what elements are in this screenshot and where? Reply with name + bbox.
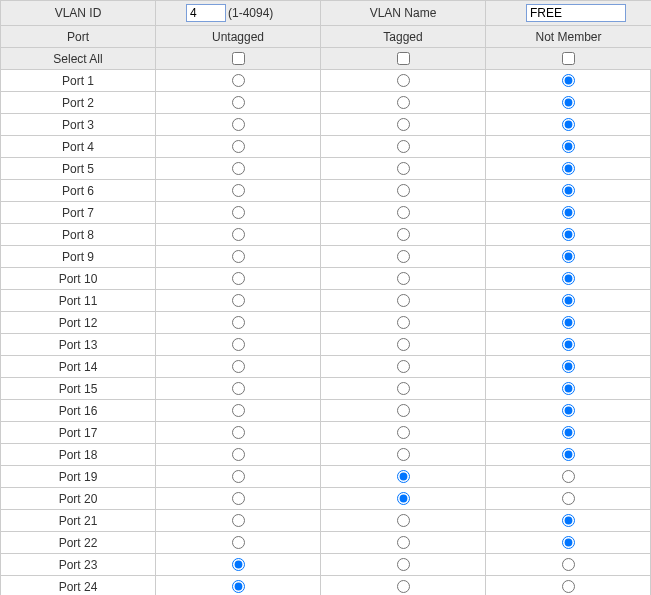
port-tagged-radio[interactable] [397,404,410,417]
port-notMember-radio[interactable] [562,426,575,439]
port-row: Port 20 [1,488,650,510]
port-tagged-cell [321,224,486,245]
port-notMember-cell [486,444,651,465]
vlan-name-cell [486,1,651,25]
port-tagged-radio[interactable] [397,96,410,109]
port-tagged-radio[interactable] [397,294,410,307]
port-notMember-radio[interactable] [562,338,575,351]
port-name: Port 11 [1,290,156,311]
port-tagged-radio[interactable] [397,360,410,373]
port-notMember-cell [486,422,651,443]
port-untagged-radio[interactable] [232,426,245,439]
vlan-id-range: (1-4094) [228,6,273,20]
port-notMember-radio[interactable] [562,228,575,241]
port-untagged-cell [156,422,321,443]
port-untagged-radio[interactable] [232,228,245,241]
port-notMember-radio[interactable] [562,360,575,373]
port-row: Port 10 [1,268,650,290]
port-notMember-radio[interactable] [562,140,575,153]
port-tagged-radio[interactable] [397,140,410,153]
port-tagged-cell [321,180,486,201]
port-tagged-radio[interactable] [397,448,410,461]
port-tagged-radio[interactable] [397,426,410,439]
port-notMember-radio[interactable] [562,184,575,197]
port-name: Port 16 [1,400,156,421]
port-untagged-radio[interactable] [232,74,245,87]
port-notMember-radio[interactable] [562,162,575,175]
port-tagged-radio[interactable] [397,184,410,197]
port-untagged-radio[interactable] [232,96,245,109]
port-untagged-radio[interactable] [232,162,245,175]
port-notMember-radio[interactable] [562,272,575,285]
port-name: Port 21 [1,510,156,531]
port-notMember-radio[interactable] [562,118,575,131]
port-notMember-radio[interactable] [562,558,575,571]
vlan-id-input[interactable] [186,4,226,22]
port-notMember-radio[interactable] [562,580,575,593]
port-tagged-radio[interactable] [397,316,410,329]
port-untagged-radio[interactable] [232,448,245,461]
port-untagged-radio[interactable] [232,184,245,197]
port-tagged-radio[interactable] [397,162,410,175]
port-untagged-radio[interactable] [232,118,245,131]
port-untagged-radio[interactable] [232,206,245,219]
port-tagged-radio[interactable] [397,74,410,87]
port-untagged-radio[interactable] [232,492,245,505]
port-notMember-cell [486,334,651,355]
port-untagged-radio[interactable] [232,140,245,153]
vlan-name-input[interactable] [526,4,626,22]
port-notMember-radio[interactable] [562,294,575,307]
port-notMember-radio[interactable] [562,514,575,527]
port-notMember-radio[interactable] [562,96,575,109]
vlan-id-label: VLAN ID [1,1,156,25]
port-untagged-radio[interactable] [232,514,245,527]
port-tagged-radio[interactable] [397,514,410,527]
port-untagged-radio[interactable] [232,470,245,483]
port-name: Port 5 [1,158,156,179]
port-untagged-radio[interactable] [232,294,245,307]
port-notMember-radio[interactable] [562,448,575,461]
port-tagged-radio[interactable] [397,118,410,131]
port-tagged-radio[interactable] [397,206,410,219]
port-untagged-radio[interactable] [232,404,245,417]
port-untagged-radio[interactable] [232,360,245,373]
port-untagged-radio[interactable] [232,250,245,263]
port-untagged-radio[interactable] [232,558,245,571]
port-untagged-radio[interactable] [232,272,245,285]
port-row: Port 18 [1,444,650,466]
port-notMember-radio[interactable] [562,382,575,395]
port-notMember-radio[interactable] [562,316,575,329]
port-notMember-cell [486,576,651,595]
port-tagged-radio[interactable] [397,382,410,395]
port-tagged-radio[interactable] [397,272,410,285]
port-tagged-radio[interactable] [397,536,410,549]
port-tagged-radio[interactable] [397,492,410,505]
port-notMember-radio[interactable] [562,492,575,505]
select-all-tagged-checkbox[interactable] [397,52,410,65]
port-row: Port 8 [1,224,650,246]
port-untagged-radio[interactable] [232,580,245,593]
port-untagged-radio[interactable] [232,382,245,395]
port-untagged-radio[interactable] [232,316,245,329]
port-notMember-radio[interactable] [562,206,575,219]
port-notMember-radio[interactable] [562,404,575,417]
port-name: Port 4 [1,136,156,157]
port-row: Port 5 [1,158,650,180]
port-tagged-radio[interactable] [397,470,410,483]
port-tagged-radio[interactable] [397,338,410,351]
port-notMember-radio[interactable] [562,470,575,483]
port-tagged-cell [321,202,486,223]
port-tagged-radio[interactable] [397,228,410,241]
port-tagged-radio[interactable] [397,250,410,263]
port-notMember-radio[interactable] [562,74,575,87]
port-tagged-radio[interactable] [397,580,410,593]
port-untagged-radio[interactable] [232,338,245,351]
select-all-notmember-checkbox[interactable] [562,52,575,65]
port-untagged-radio[interactable] [232,536,245,549]
port-notMember-radio[interactable] [562,536,575,549]
port-name: Port 17 [1,422,156,443]
port-notMember-radio[interactable] [562,250,575,263]
port-tagged-radio[interactable] [397,558,410,571]
port-untagged-cell [156,532,321,553]
select-all-untagged-checkbox[interactable] [232,52,245,65]
